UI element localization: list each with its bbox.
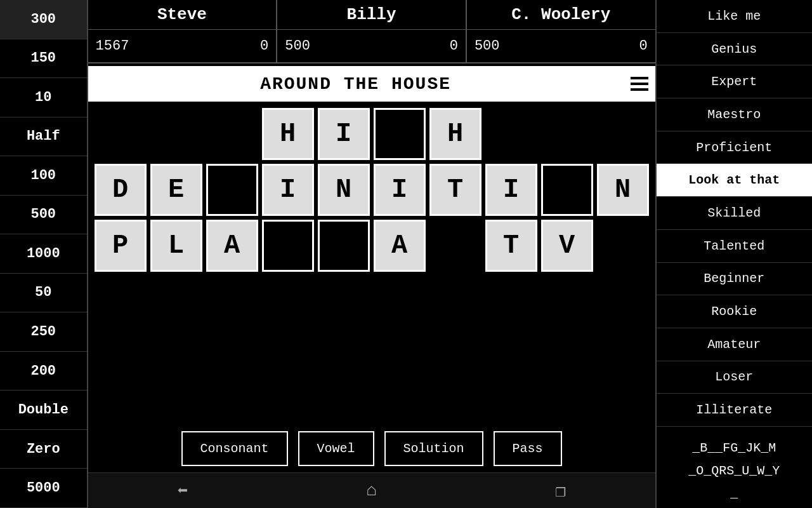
tile-0-6: H bbox=[429, 108, 481, 160]
tile-2-6 bbox=[429, 220, 481, 272]
skill-item-expert[interactable]: Expert bbox=[657, 65, 812, 98]
player-scores-1: 5000 bbox=[277, 30, 466, 62]
skill-item-amateur[interactable]: Amateur bbox=[657, 328, 812, 361]
player-section-2: C. Woolery5000 bbox=[467, 0, 655, 62]
category-bar: AROUND THE HOUSE bbox=[88, 66, 655, 102]
point-value-50[interactable]: 50 bbox=[0, 274, 87, 313]
point-value-5000[interactable]: 5000 bbox=[0, 469, 87, 508]
player-section-0: Steve15670 bbox=[88, 0, 278, 62]
tile-2-2: A bbox=[206, 220, 258, 272]
point-value-500[interactable]: 500 bbox=[0, 196, 87, 235]
point-value-zero[interactable]: Zero bbox=[0, 430, 87, 469]
tile-0-8 bbox=[541, 108, 593, 160]
skill-item-look-at-that[interactable]: Look at that bbox=[657, 164, 812, 197]
tile-1-8 bbox=[541, 164, 593, 216]
tile-2-1: L bbox=[150, 220, 202, 272]
puzzle-board: HIHDEINITINPLAATV bbox=[88, 104, 655, 425]
tile-0-9 bbox=[597, 108, 649, 160]
menu-icon[interactable] bbox=[624, 77, 655, 91]
skill-item-like-me[interactable]: Like me bbox=[657, 0, 812, 33]
point-value-half[interactable]: Half bbox=[0, 117, 87, 157]
right-sidebar: Like meGeniusExpertMaestroProficientLook… bbox=[655, 0, 812, 508]
tile-2-4 bbox=[318, 220, 370, 272]
player-round-2: 0 bbox=[639, 38, 655, 54]
tile-2-5: A bbox=[374, 220, 426, 272]
tile-1-0: D bbox=[95, 164, 147, 216]
point-value-300[interactable]: 300 bbox=[0, 0, 87, 39]
tile-1-4: N bbox=[318, 164, 370, 216]
pass-button[interactable]: Pass bbox=[494, 431, 562, 466]
skill-item-skilled[interactable]: Skilled bbox=[657, 197, 812, 230]
tile-1-5: I bbox=[374, 164, 426, 216]
player-name-1: Billy bbox=[277, 0, 466, 30]
tile-0-2 bbox=[206, 108, 258, 160]
tile-1-2 bbox=[206, 164, 258, 216]
missing-letters: _B__FG_JK_M_O_QRS_U_W_Y_ bbox=[657, 427, 812, 508]
point-value-250[interactable]: 250 bbox=[0, 312, 87, 352]
player-name-2: C. Woolery bbox=[467, 0, 655, 30]
tile-0-3: H bbox=[262, 108, 314, 160]
point-value-10[interactable]: 10 bbox=[0, 78, 87, 117]
tile-2-3 bbox=[262, 220, 314, 272]
consonant-button[interactable]: Consonant bbox=[181, 431, 288, 466]
player-section-1: Billy5000 bbox=[277, 0, 467, 62]
tile-2-8: V bbox=[541, 220, 593, 272]
solution-button[interactable]: Solution bbox=[384, 431, 483, 466]
point-value-200[interactable]: 200 bbox=[0, 352, 87, 391]
player-total-1: 500 bbox=[277, 38, 449, 54]
player-total-2: 500 bbox=[467, 38, 639, 54]
tile-0-0 bbox=[95, 108, 147, 160]
main-area: Steve15670Billy5000C. Woolery5000 AROUND… bbox=[88, 0, 655, 508]
home-icon[interactable]: ⌂ bbox=[366, 481, 377, 500]
point-value-double[interactable]: Double bbox=[0, 391, 87, 430]
player-scores-2: 5000 bbox=[467, 30, 655, 62]
skill-item-proficient[interactable]: Proficient bbox=[657, 131, 812, 164]
tile-0-7 bbox=[485, 108, 537, 160]
scoreboard: Steve15670Billy5000C. Woolery5000 bbox=[88, 0, 655, 64]
tile-0-4: I bbox=[318, 108, 370, 160]
tile-0-5 bbox=[374, 108, 426, 160]
back-icon[interactable]: ⬅ bbox=[177, 480, 188, 502]
menu-line-2 bbox=[631, 83, 648, 85]
tile-1-6: T bbox=[429, 164, 481, 216]
recent-icon[interactable]: ❐ bbox=[555, 480, 566, 502]
player-name-0: Steve bbox=[88, 0, 277, 30]
bottom-buttons: Consonant Vowel Solution Pass bbox=[88, 425, 655, 472]
player-round-0: 0 bbox=[260, 38, 276, 54]
skill-item-loser[interactable]: Loser bbox=[657, 361, 812, 394]
puzzle-row-1: DEINITIN bbox=[95, 164, 649, 216]
tile-0-1 bbox=[150, 108, 202, 160]
skill-item-rookie[interactable]: Rookie bbox=[657, 295, 812, 328]
point-value-150[interactable]: 150 bbox=[0, 39, 87, 79]
skill-item-illiterate[interactable]: Illiterate bbox=[657, 394, 812, 427]
puzzle-row-2: PLAATV bbox=[95, 220, 649, 272]
point-value-1000[interactable]: 1000 bbox=[0, 234, 87, 274]
skill-item-genius[interactable]: Genius bbox=[657, 33, 812, 66]
point-value-100[interactable]: 100 bbox=[0, 156, 87, 196]
tile-2-9 bbox=[597, 220, 649, 272]
puzzle-row-0: HIH bbox=[95, 108, 649, 160]
tile-2-0: P bbox=[95, 220, 147, 272]
menu-line-1 bbox=[631, 77, 648, 79]
menu-line-3 bbox=[631, 88, 648, 91]
tile-1-7: I bbox=[485, 164, 537, 216]
skill-item-talented[interactable]: Talented bbox=[657, 230, 812, 263]
tile-1-1: E bbox=[150, 164, 202, 216]
skill-item-beginner[interactable]: Beginner bbox=[657, 263, 812, 296]
tile-2-7: T bbox=[485, 220, 537, 272]
category-title: AROUND THE HOUSE bbox=[88, 74, 624, 94]
nav-bar: ⬅ ⌂ ❐ bbox=[88, 472, 655, 508]
tile-1-9: N bbox=[597, 164, 649, 216]
player-round-1: 0 bbox=[450, 38, 466, 54]
vowel-button[interactable]: Vowel bbox=[298, 431, 374, 466]
left-sidebar: 30015010Half100500100050250200DoubleZero… bbox=[0, 0, 88, 508]
tile-1-3: I bbox=[262, 164, 314, 216]
player-scores-0: 15670 bbox=[88, 30, 277, 62]
skill-item-maestro[interactable]: Maestro bbox=[657, 98, 812, 131]
player-total-0: 1567 bbox=[88, 38, 260, 54]
